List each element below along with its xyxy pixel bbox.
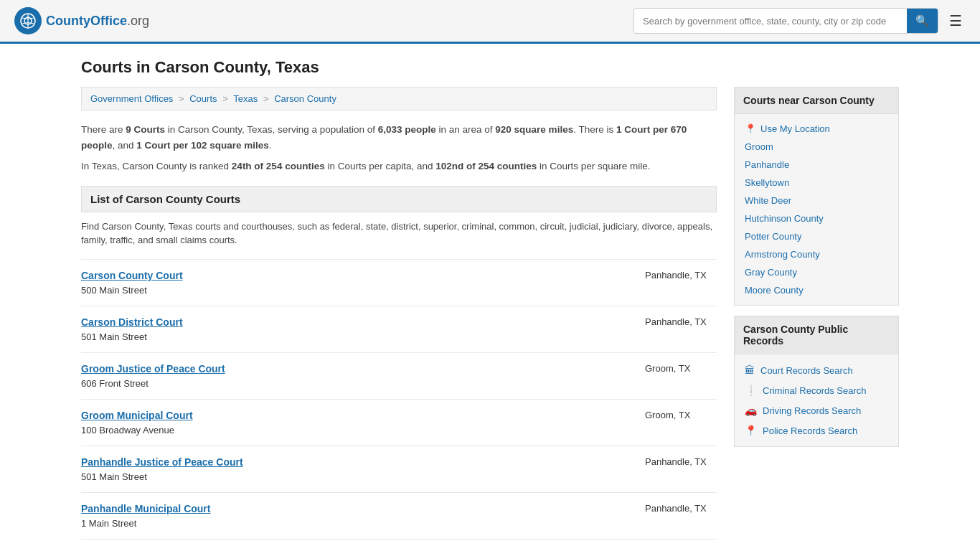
page-wrapper: Courts in Carson County, Texas Governmen…: [67, 44, 913, 551]
search-input[interactable]: [634, 10, 907, 32]
list-sub-description: Find Carson County, Texas courts and cou…: [81, 220, 717, 248]
sidebar-link-hutchinson[interactable]: Hutchinson County: [735, 209, 898, 227]
court-address-1: 500 Main Street: [81, 285, 147, 296]
criminal-records-icon: ❕: [745, 385, 757, 396]
court-address-3: 606 Front Street: [81, 378, 149, 389]
court-address-4: 100 Broadway Avenue: [81, 425, 174, 435]
breadcrumb-sep-2: >: [222, 93, 230, 104]
sidebar-link-groom[interactable]: Groom: [735, 138, 898, 156]
logo-icon: [14, 7, 42, 34]
court-name-3[interactable]: Groom Justice of Peace Court: [81, 363, 225, 375]
logo-wordmark: CountyOffice.org: [46, 14, 149, 29]
court-location-5: Panhandle, TX: [631, 456, 717, 467]
court-name-1[interactable]: Carson County Court: [81, 270, 183, 281]
breadcrumb-texas[interactable]: Texas: [233, 93, 258, 104]
sidebar-link-gray[interactable]: Gray County: [735, 263, 898, 281]
court-name-4[interactable]: Groom Municipal Court: [81, 410, 193, 421]
court-name-2[interactable]: Carson District Court: [81, 316, 183, 328]
court-info-6: Panhandle Municipal Court 1 Main Street: [81, 503, 210, 529]
sidebar-link-moore[interactable]: Moore County: [735, 281, 898, 299]
breadcrumb-gov-offices[interactable]: Government Offices: [90, 93, 173, 104]
breadcrumb-carson-county[interactable]: Carson County: [274, 93, 336, 104]
court-location-3: Groom, TX: [631, 363, 717, 374]
table-row: Groom Justice of Peace Court 606 Front S…: [81, 353, 717, 400]
table-row: Carson County Court 500 Main Street Panh…: [81, 259, 717, 306]
location-pin-icon: 📍: [745, 123, 756, 134]
table-row: Panhandle Justice of Peace Court 501 Mai…: [81, 446, 717, 493]
court-address-5: 501 Main Street: [81, 471, 147, 482]
search-bar: 🔍: [633, 8, 938, 34]
court-info-1: Carson County Court 500 Main Street: [81, 270, 183, 296]
sidebar: Courts near Carson County 📍 Use My Locat…: [734, 87, 899, 447]
use-my-location-link[interactable]: 📍 Use My Location: [735, 120, 898, 138]
court-address-2: 501 Main Street: [81, 331, 147, 342]
courts-near-title: Courts near Carson County: [735, 88, 898, 114]
court-location-1: Panhandle, TX: [631, 270, 717, 281]
court-address-6: 1 Main Street: [81, 518, 136, 529]
courts-near-links: 📍 Use My Location Groom Panhandle Skelly…: [735, 114, 898, 305]
court-info-4: Groom Municipal Court 100 Broadway Avenu…: [81, 410, 193, 435]
page-title: Courts in Carson County, Texas: [81, 58, 899, 77]
description-line2: In Texas, Carson County is ranked 24th o…: [81, 159, 717, 174]
site-header: CountyOffice.org 🔍 ☰: [0, 0, 980, 44]
content-layout: Government Offices > Courts > Texas > Ca…: [81, 87, 899, 540]
court-info-5: Panhandle Justice of Peace Court 501 Mai…: [81, 456, 243, 482]
criminal-records-label: Criminal Records Search: [763, 385, 867, 396]
courts-near-section: Courts near Carson County 📍 Use My Locat…: [734, 87, 899, 306]
court-location-6: Panhandle, TX: [631, 503, 717, 514]
public-records-title: Carson County Public Records: [735, 316, 898, 354]
logo[interactable]: CountyOffice.org: [14, 7, 149, 34]
sidebar-link-white-deer[interactable]: White Deer: [735, 192, 898, 209]
search-button[interactable]: 🔍: [907, 9, 938, 33]
public-records-links: 🏛 Court Records Search ❕ Criminal Record…: [735, 354, 898, 446]
courts-list: Carson County Court 500 Main Street Panh…: [81, 259, 717, 540]
court-records-icon: 🏛: [745, 364, 755, 376]
breadcrumb: Government Offices > Courts > Texas > Ca…: [81, 87, 717, 110]
breadcrumb-sep-3: >: [263, 93, 271, 104]
court-location-2: Panhandle, TX: [631, 316, 717, 327]
sidebar-link-panhandle[interactable]: Panhandle: [735, 156, 898, 174]
driving-records-icon: 🚗: [745, 405, 757, 416]
main-content: Government Offices > Courts > Texas > Ca…: [81, 87, 717, 540]
police-records-icon: 📍: [745, 425, 757, 436]
description-block: There are 9 Courts in Carson County, Tex…: [81, 122, 717, 174]
police-records-search-link[interactable]: 📍 Police Records Search: [735, 420, 898, 441]
list-section-heading: List of Carson County Courts: [81, 186, 717, 212]
court-name-6[interactable]: Panhandle Municipal Court: [81, 503, 210, 514]
public-records-section: Carson County Public Records 🏛 Court Rec…: [734, 316, 899, 447]
court-info-3: Groom Justice of Peace Court 606 Front S…: [81, 363, 225, 389]
court-info-2: Carson District Court 501 Main Street: [81, 316, 183, 342]
table-row: Panhandle Municipal Court 1 Main Street …: [81, 493, 717, 540]
header-search-area: 🔍 ☰: [633, 8, 966, 34]
sidebar-link-potter[interactable]: Potter County: [735, 227, 898, 245]
description-line1: There are 9 Courts in Carson County, Tex…: [81, 122, 717, 153]
driving-records-search-link[interactable]: 🚗 Driving Records Search: [735, 400, 898, 420]
driving-records-label: Driving Records Search: [763, 405, 861, 416]
menu-button[interactable]: ☰: [946, 9, 966, 33]
breadcrumb-courts[interactable]: Courts: [189, 93, 217, 104]
sidebar-link-skellytown[interactable]: Skellytown: [735, 174, 898, 192]
table-row: Groom Municipal Court 100 Broadway Avenu…: [81, 400, 717, 446]
table-row: Carson District Court 501 Main Street Pa…: [81, 306, 717, 353]
court-records-label: Court Records Search: [760, 365, 853, 376]
breadcrumb-sep-1: >: [179, 93, 187, 104]
police-records-label: Police Records Search: [763, 425, 857, 436]
court-records-search-link[interactable]: 🏛 Court Records Search: [735, 360, 898, 380]
court-name-5[interactable]: Panhandle Justice of Peace Court: [81, 456, 243, 468]
court-location-4: Groom, TX: [631, 410, 717, 420]
sidebar-link-armstrong[interactable]: Armstrong County: [735, 245, 898, 263]
criminal-records-search-link[interactable]: ❕ Criminal Records Search: [735, 380, 898, 400]
